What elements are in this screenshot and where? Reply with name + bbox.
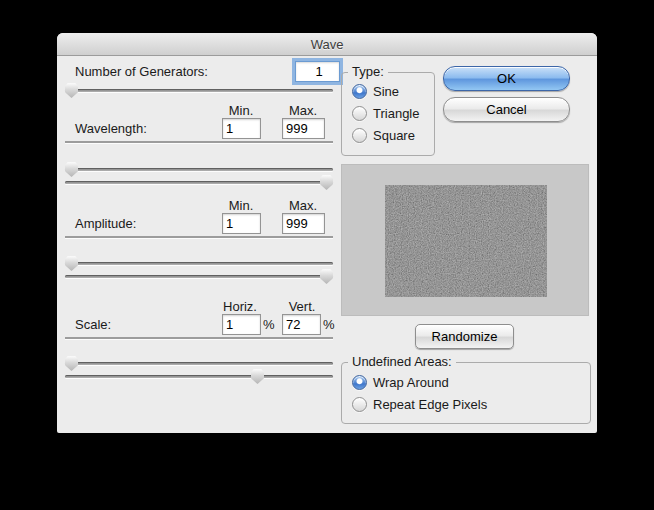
ok-button[interactable]: OK [443,66,570,91]
undefined-areas-groupbox: Undefined Areas: Wrap Around Repeat Edge… [341,362,591,424]
wavelength-max-input[interactable] [282,118,325,139]
divider [65,337,333,339]
amplitude-min-slider-track[interactable] [65,262,333,265]
wavelength-min-input[interactable] [222,118,261,139]
radio-square[interactable] [352,128,367,143]
scale-horiz-unit: % [263,317,275,332]
scale-horiz-slider-thumb[interactable] [65,356,78,371]
amplitude-max-header: Max. [282,198,324,213]
generators-label: Number of Generators: [75,64,208,79]
titlebar[interactable]: Wave [57,33,597,56]
wavelength-min-slider-track[interactable] [65,168,333,171]
generators-slider-thumb[interactable] [65,83,78,98]
wavelength-min-header: Min. [222,103,260,118]
randomize-button[interactable]: Randomize [415,324,514,349]
wave-dialog: Wave Number of Generators: Min. Max. Wav… [57,33,597,433]
radio-row-repeat-edge[interactable]: Repeat Edge Pixels [352,396,487,412]
amplitude-max-slider-thumb[interactable] [320,269,333,284]
amplitude-label: Amplitude: [75,216,136,231]
type-group-label: Type: [348,64,388,79]
radio-wrap-around[interactable] [352,375,367,390]
scale-horiz-header: Horiz. [217,299,263,314]
scale-horiz-slider-track[interactable] [65,362,333,365]
divider [65,236,333,238]
undefined-areas-label: Undefined Areas: [348,354,456,369]
radio-sine[interactable] [352,84,367,99]
radio-wrap-around-label: Wrap Around [373,375,449,390]
scale-vert-header: Vert. [279,299,325,314]
radio-row-square[interactable]: Square [352,127,415,143]
radio-row-sine[interactable]: Sine [352,83,399,99]
radio-sine-label: Sine [373,84,399,99]
amplitude-min-input[interactable] [222,213,261,234]
wavelength-min-slider-thumb[interactable] [65,162,78,177]
preview-well [341,164,589,316]
scale-vert-slider-track[interactable] [65,375,333,378]
radio-square-label: Square [373,128,415,143]
scale-vert-input[interactable] [282,314,321,335]
preview-image [385,185,547,297]
window-title: Wave [311,37,344,52]
generators-slider-track[interactable] [65,89,333,92]
radio-triangle[interactable] [352,106,367,121]
generators-input[interactable] [295,61,340,82]
wavelength-max-slider-track[interactable] [65,181,333,184]
radio-repeat-edge-label: Repeat Edge Pixels [373,397,487,412]
amplitude-max-input[interactable] [282,213,325,234]
radio-repeat-edge[interactable] [352,397,367,412]
amplitude-max-slider-track[interactable] [65,275,333,278]
divider [65,141,333,143]
scale-horiz-input[interactable] [222,314,261,335]
radio-triangle-label: Triangle [373,106,419,121]
scale-vert-unit: % [323,317,335,332]
wavelength-label: Wavelength: [75,121,147,136]
amplitude-min-slider-thumb[interactable] [65,256,78,271]
cancel-button[interactable]: Cancel [443,97,570,122]
wavelength-max-slider-thumb[interactable] [320,175,333,190]
radio-row-wrap-around[interactable]: Wrap Around [352,374,449,390]
desktop-background: Wave Number of Generators: Min. Max. Wav… [0,0,654,510]
scale-vert-slider-thumb[interactable] [251,369,264,384]
type-groupbox: Type: Sine Triangle Square [341,72,435,156]
amplitude-min-header: Min. [222,198,260,213]
radio-row-triangle[interactable]: Triangle [352,105,419,121]
scale-label: Scale: [75,317,111,332]
wavelength-max-header: Max. [282,103,324,118]
